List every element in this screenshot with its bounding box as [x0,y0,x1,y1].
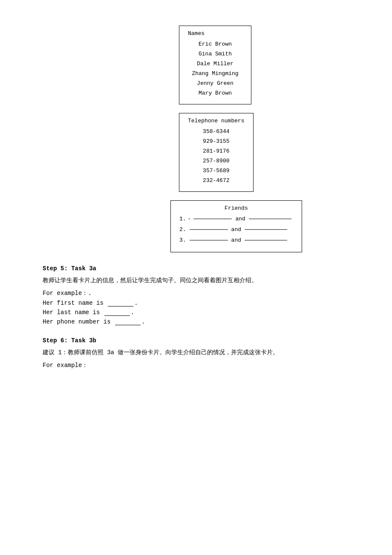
phone-item-0: 358-6344 [188,128,245,135]
friends-and-2: and [231,226,241,233]
phone-table: Telephone numbers 358-6344 929-3155 281-… [179,113,254,192]
step5-description: 教师让学生看卡片上的信息，然后让学生完成句子。同位之间看着图片互相介绍。 [43,275,257,286]
step5-section: Step 5: Task 3a 教师让学生看卡片上的信息，然后让学生完成句子。同… [43,265,257,328]
step5-title: Step 5: Task 3a [43,265,257,272]
step6-description: 建议 1：教师课前仿照 3a 做一张身份卡片。向学生介绍自己的情况，并完成这张卡… [43,347,279,358]
phone-table-wrapper: Telephone numbers 358-6344 929-3155 281-… [179,113,254,192]
phone-table-header: Telephone numbers [188,118,245,124]
friends-box: Friends 1. - and 2. and 3. and [170,200,302,252]
friends-row-2: 2. and [179,226,293,233]
phone-item-3: 257-8900 [188,158,245,164]
friends-and-3: and [231,237,241,243]
phone-item-1: 929-3155 [188,138,245,145]
names-item-0: Eric Brown [188,41,242,47]
step6-title: Step 6: Task 3b [43,337,279,344]
friends-blank-2b [245,229,287,230]
names-item-4: Jenny Green [188,80,242,87]
friends-num-1: 1. [179,216,186,222]
phone-item-4: 357-5689 [188,168,245,174]
step5-line2: Her last name is . [43,309,257,316]
names-item-5: Mary Brown [188,90,242,96]
phone-item-2: 281-9176 [188,148,245,154]
friends-num-2: 2. [179,226,186,233]
names-table-wrapper: Names Eric Brown Gina Smith Dale Miller … [179,26,251,104]
friends-box-wrapper: Friends 1. - and 2. and 3. and [170,200,302,252]
names-item-1: Gina Smith [188,51,242,57]
page-content: Names Eric Brown Gina Smith Dale Miller … [43,26,349,374]
friends-blank-2a [190,229,228,230]
friends-blank-3a [190,240,228,240]
names-item-2: Dale Miller [188,61,242,67]
friends-dash-1: - [188,216,191,222]
names-item-3: Zhang Mingming [188,70,242,77]
friends-blank-1b [249,219,291,219]
friends-row-3: 3. and [179,237,293,243]
phone-item-5: 232-4672 [188,177,245,184]
step5-line3: Her phone number is . [43,318,257,325]
step6-section: Step 6: Task 3b 建议 1：教师课前仿照 3a 做一张身份卡片。向… [43,337,279,372]
step6-for-example: For example： [43,361,279,369]
step5-line1: Her first name is . [43,300,257,306]
friends-row-1: 1. - and [179,216,293,222]
step5-blank3 [115,325,141,325]
friends-and-1: and [235,216,245,222]
step5-blank1 [108,306,133,306]
step5-for-example: For example：. [43,289,257,297]
friends-blank-1a [193,219,232,219]
names-table: Names Eric Brown Gina Smith Dale Miller … [179,26,251,104]
friends-header: Friends [179,205,293,211]
step5-blank2 [104,315,130,316]
friends-num-3: 3. [179,237,186,243]
names-table-header: Names [188,30,242,37]
friends-blank-3b [245,240,287,240]
